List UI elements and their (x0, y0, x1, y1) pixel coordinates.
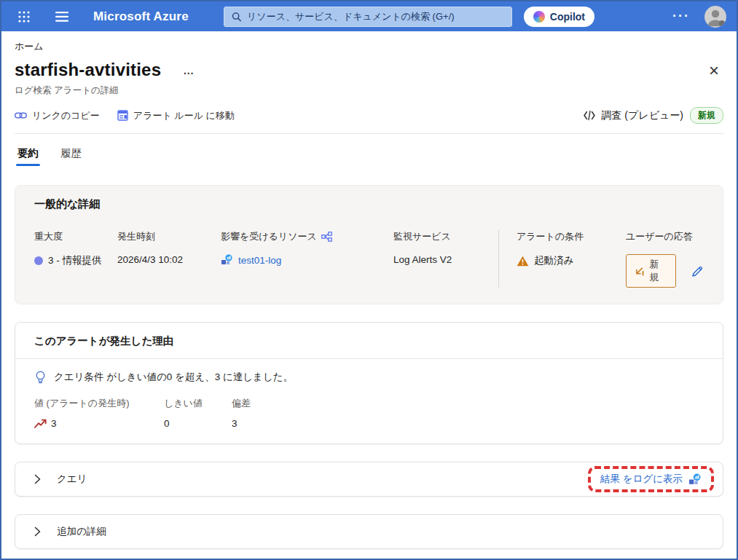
copy-link-button[interactable]: リンクのコピー (15, 109, 100, 122)
investigate-button[interactable]: 調査 (プレビュー) (583, 109, 683, 122)
monitor-service-value: Log Alerts V2 (393, 254, 452, 265)
search-icon (232, 12, 241, 22)
user-response-state-button[interactable]: 新規 (626, 254, 676, 288)
copilot-icon (533, 11, 545, 23)
alert-details-pane: ホーム starfish-avtivities … × ログ検索 アラートの詳細… (1, 31, 737, 549)
severity-dot-icon (34, 256, 43, 265)
lightbulb-icon (34, 371, 47, 384)
new-state-icon (635, 267, 644, 276)
general-details-card: 一般的な詳細 重大度 3 - 情報提供 発生時刻 2026/4/3 10:02 … (15, 185, 723, 304)
global-search[interactable] (224, 7, 512, 27)
user-response-field: ユーザーの応答 新規 (626, 230, 704, 288)
deviation-field: 偏差 3 (232, 397, 704, 429)
severity-field: 重大度 3 - 情報提供 (34, 230, 117, 267)
log-analytics-workspace-icon (221, 254, 233, 266)
additional-details-title: 追加の詳細 (57, 525, 106, 538)
page-subtitle: ログ検索 アラートの詳細 (15, 84, 723, 97)
topology-icon[interactable] (321, 232, 332, 242)
general-details-title: 一般的な詳細 (34, 197, 704, 211)
page-title: starfish-avtivities (15, 60, 161, 80)
copilot-button[interactable]: Copilot (524, 7, 594, 27)
azure-brand-title[interactable]: Microsoft Azure (93, 9, 189, 24)
alert-condition-field: アラートの条件 起動済み (517, 230, 626, 267)
warning-triangle-icon (517, 256, 529, 267)
close-icon[interactable]: × (709, 62, 719, 79)
tab-summary[interactable]: 要約 (16, 142, 40, 166)
view-results-highlight: 結果 をログに表示 (588, 466, 714, 492)
alert-condition-value: 起動済み (534, 254, 573, 267)
waffle-menu-icon[interactable] (12, 4, 36, 29)
search-input[interactable] (247, 11, 504, 22)
query-section-row[interactable]: クエリ 結果 をログに表示 (15, 462, 723, 497)
alert-rule-icon (117, 110, 128, 121)
fired-time-value: 2026/4/3 10:02 (117, 254, 183, 265)
breadcrumb-home[interactable]: ホーム (15, 40, 44, 53)
affected-resource-field: 影響を受けるリソース (221, 230, 393, 266)
query-section-title: クエリ (57, 473, 87, 486)
azure-top-bar: Microsoft Azure Copilot ··· (1, 1, 737, 31)
threshold-field: しきい値 0 (164, 397, 232, 429)
trend-up-icon (34, 419, 47, 429)
user-response-value: 新規 (649, 258, 667, 284)
title-more-icon[interactable]: … (183, 64, 195, 76)
reason-value-field: 値 (アラートの発生時) 3 (34, 397, 164, 429)
code-brackets-icon (583, 110, 596, 121)
goto-alert-rule-label: アラート ルール に移動 (133, 109, 235, 122)
command-bar: リンクのコピー アラート ルール に移動 調査 (プレビュー) 新規 (15, 107, 723, 124)
severity-value: 3 - 情報提供 (48, 254, 102, 267)
chevron-right-icon[interactable] (34, 474, 41, 484)
chevron-right-icon[interactable] (34, 527, 41, 537)
alert-reason-title: このアラートが発生した理由 (15, 323, 723, 358)
deviation-value: 3 (232, 418, 238, 429)
reason-value: 3 (51, 418, 57, 429)
link-icon (15, 111, 27, 120)
tab-strip: 要約 履歴 (15, 142, 723, 166)
reason-value-label: 値 (アラートの発生時) (34, 397, 164, 410)
threshold-value: 0 (164, 418, 170, 429)
additional-details-row[interactable]: 追加の詳細 (15, 514, 723, 549)
account-avatar[interactable] (704, 6, 726, 28)
investigate-new-badge: 新規 (690, 107, 723, 124)
hamburger-menu-icon[interactable] (50, 4, 74, 29)
affected-resource-label: 影響を受けるリソース (221, 230, 317, 243)
affected-resource-link[interactable]: test01-log (238, 255, 281, 266)
threshold-label: しきい値 (164, 397, 232, 410)
fired-time-label: 発生時刻 (117, 230, 221, 243)
alert-reason-description: クエリ条件 がしきい値の0 を超え、3 に達しました。 (54, 371, 293, 384)
alert-condition-label: アラートの条件 (517, 230, 626, 243)
edit-response-button[interactable] (691, 265, 704, 277)
copy-link-label: リンクのコピー (32, 109, 100, 122)
copilot-label: Copilot (550, 11, 585, 23)
deviation-label: 偏差 (232, 397, 704, 410)
goto-alert-rule-button[interactable]: アラート ルール に移動 (117, 109, 235, 122)
monitor-service-field: 監視サービス Log Alerts V2 (393, 230, 481, 265)
monitor-service-label: 監視サービス (393, 230, 481, 243)
user-response-label: ユーザーの応答 (626, 230, 704, 243)
severity-label: 重大度 (34, 230, 117, 243)
person-icon (704, 6, 726, 28)
alert-reason-card: このアラートが発生した理由 クエリ条件 がしきい値の0 を超え、3 に達しました… (15, 322, 723, 444)
toolbar-divider (15, 133, 723, 134)
fired-time-field: 発生時刻 2026/4/3 10:02 (117, 230, 221, 265)
tab-history[interactable]: 履歴 (59, 142, 83, 166)
investigate-label: 調査 (プレビュー) (601, 109, 683, 122)
pencil-icon (691, 265, 704, 277)
view-results-in-logs-link[interactable]: 結果 をログに表示 (600, 473, 683, 486)
logs-icon (688, 473, 702, 486)
general-vertical-divider (498, 230, 499, 288)
topbar-more-icon[interactable]: ··· (672, 9, 690, 24)
